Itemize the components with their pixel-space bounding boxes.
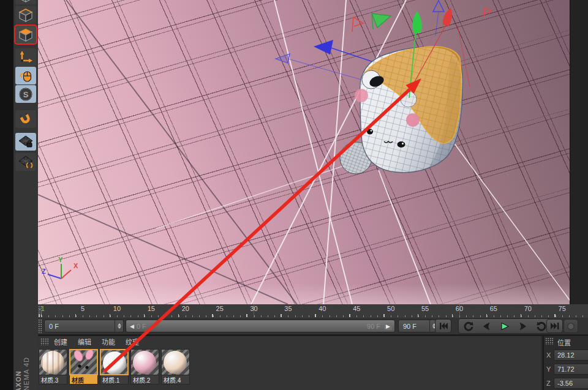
snap-settings-button[interactable]: S <box>15 85 36 103</box>
ruler-number: 10 <box>113 305 121 312</box>
play-backward-icon <box>481 322 491 331</box>
material-thumbnail[interactable] <box>39 349 67 375</box>
ruler-number: 70 <box>524 305 532 312</box>
material-label[interactable]: 材质.1 <box>100 375 129 384</box>
polygon-mode-button[interactable] <box>15 26 36 43</box>
menu-function[interactable]: 功能 <box>102 337 115 347</box>
material-thumbnail[interactable] <box>69 349 98 375</box>
menu-edit[interactable]: 编辑 <box>78 337 91 347</box>
menu-create[interactable]: 创建 <box>54 337 67 347</box>
play-forward-button[interactable] <box>496 320 513 332</box>
ruler-number: 40 <box>318 305 326 312</box>
play-icon <box>500 322 510 331</box>
end-frame-value[interactable]: 90 F <box>399 323 429 330</box>
material-thumbnail[interactable] <box>100 349 129 375</box>
material-swatch[interactable]: 材质.2 <box>130 349 159 384</box>
material-sphere-preview <box>103 351 126 375</box>
polygon-cube-icon <box>18 28 34 42</box>
record-keyframe-button[interactable] <box>564 319 578 333</box>
svg-text:S: S <box>23 89 29 99</box>
mode-toolbar: S MAXON CINEMA 4D <box>13 0 39 390</box>
jump-to-end-button[interactable] <box>546 319 563 333</box>
ruler-number: 35 <box>284 305 292 312</box>
jump-to-end-icon <box>550 322 560 330</box>
coord-x-label: X <box>546 351 551 359</box>
green-flag-icon <box>372 13 391 28</box>
jump-to-start-button[interactable] <box>435 319 451 333</box>
ruler-number: 20 <box>182 305 189 312</box>
material-list: 材质.3 材质 <box>39 349 190 384</box>
range-left-arrow-icon[interactable]: ◀ <box>126 323 137 329</box>
range-right-arrow-icon[interactable]: ▶ <box>384 323 392 330</box>
material-alpha-preview <box>70 350 98 375</box>
current-frame-value[interactable]: 0 F <box>45 323 115 330</box>
x-axis-arrow[interactable] <box>442 7 454 26</box>
brand-cinema4d: CINEMA 4D <box>23 357 30 390</box>
mouse-icon <box>18 69 33 83</box>
loop-rewind-icon <box>463 321 473 331</box>
material-label[interactable]: 材质 <box>69 375 98 384</box>
step-down-icon[interactable] <box>118 326 121 329</box>
make-editable-cube-icon[interactable] <box>15 0 36 4</box>
loop-rewind-button[interactable] <box>459 320 477 332</box>
magnet-snap-button[interactable] <box>15 110 36 128</box>
play-next-key-button[interactable] <box>514 320 532 332</box>
ruler-number: 65 <box>490 305 497 312</box>
jump-to-start-icon <box>439 322 448 330</box>
end-frame-spinner[interactable]: 90 F <box>398 320 439 332</box>
ruler-number: 30 <box>250 305 257 312</box>
material-label[interactable]: 材质.2 <box>130 375 159 384</box>
play-backward-button[interactable] <box>478 320 495 332</box>
material-thumbnail[interactable] <box>161 349 190 375</box>
cheek-right <box>406 113 420 127</box>
workplane-mode-button[interactable] <box>15 153 36 171</box>
coord-y-field[interactable]: 71.72 <box>554 364 588 375</box>
eye-left <box>367 129 373 135</box>
current-frame-stepper[interactable] <box>115 320 123 332</box>
material-swatch[interactable]: 材质.1 <box>100 349 129 384</box>
viewport-solo-button[interactable] <box>15 67 36 84</box>
timeline-ruler[interactable]: -1 5 10 15 20 25 30 35 40 45 50 55 60 65… <box>38 304 588 318</box>
enable-axis-button[interactable] <box>15 48 36 66</box>
viewport-3d[interactable]: Z Y X <box>38 0 570 305</box>
menu-texture[interactable]: 纹理 <box>126 337 139 347</box>
material-swatch[interactable]: 材质.4 <box>161 349 190 384</box>
model-mode-button[interactable] <box>15 6 36 24</box>
material-label[interactable]: 材质.4 <box>161 375 190 384</box>
coordinates-panel: 位置 X 28.12 Y 71.72 Z -3.56 <box>543 336 588 390</box>
z-axis-up-arrow <box>433 1 444 12</box>
coord-row-z: Z -3.56 <box>546 378 588 389</box>
material-menu-bar: 创建 编辑 功能 纹理 <box>38 336 541 347</box>
ruler-number: 55 <box>421 305 429 312</box>
wire-cube-icon <box>18 8 34 23</box>
material-sphere-preview <box>133 351 156 374</box>
ruler-number: 25 <box>216 305 224 312</box>
material-sphere-preview <box>164 351 187 374</box>
ruler-number: 60 <box>456 305 463 312</box>
material-swatch[interactable]: 材质.3 <box>39 349 67 384</box>
coord-x-field[interactable]: 28.12 <box>554 350 588 361</box>
material-label[interactable]: 材质.3 <box>39 375 67 384</box>
material-thumbnail[interactable] <box>130 349 159 375</box>
material-panel-handle[interactable] <box>40 338 49 345</box>
coordinates-panel-handle[interactable] <box>545 337 554 345</box>
cube-character-model[interactable] <box>340 47 462 174</box>
preview-range-slider[interactable]: ◀ 0 F 90 F ▶ <box>126 320 395 332</box>
coord-z-field[interactable]: -3.56 <box>554 378 588 389</box>
window-edge-strip <box>0 0 13 390</box>
workplane-lock-icon <box>18 135 34 149</box>
material-swatch[interactable]: 材质 <box>69 349 98 384</box>
coordinates-header: 位置 <box>544 336 588 347</box>
record-circle-icon <box>567 322 575 331</box>
step-up-icon[interactable] <box>118 323 121 326</box>
y-axis-arrow[interactable] <box>413 11 422 33</box>
coord-row-y: Y 71.72 <box>546 364 588 375</box>
current-frame-spinner[interactable]: 0 F <box>44 320 124 332</box>
timeline-controls-row: 0 F ◀ 0 F 90 F ▶ 90 F <box>38 318 588 334</box>
range-row-drag-handle[interactable] <box>38 319 42 333</box>
ruler-number: 45 <box>353 305 360 312</box>
coord-z-label: Z <box>546 380 551 387</box>
eye-right <box>398 141 405 148</box>
lock-workplane-button[interactable] <box>15 133 36 151</box>
brand-maxon: MAXON <box>15 357 22 390</box>
